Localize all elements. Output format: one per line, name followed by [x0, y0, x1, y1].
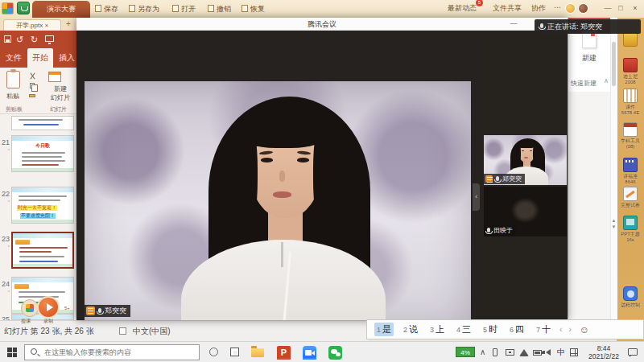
- slide-number-21: 21: [1, 138, 10, 146]
- desktop-icon[interactable]: [623, 158, 638, 172]
- language-indicator[interactable]: 中文(中国): [133, 326, 171, 337]
- meeting-minimize-button[interactable]: —: [506, 18, 521, 31]
- wechat-taskbar-icon[interactable]: [328, 346, 342, 360]
- scrollbar-thumb[interactable]: [612, 42, 616, 86]
- collapse-caret-icon[interactable]: ∧: [604, 77, 609, 84]
- paste-icon[interactable]: [6, 71, 20, 88]
- ime-next-arrow[interactable]: ›: [568, 325, 571, 334]
- tab-insert[interactable]: 插入: [55, 48, 79, 68]
- tab-file[interactable]: 文件: [2, 48, 26, 68]
- participant-video-tile[interactable]: 田映于: [484, 187, 567, 237]
- powerpoint-taskbar-icon[interactable]: P: [277, 346, 291, 360]
- ime-candidate[interactable]: 1是: [374, 323, 394, 336]
- sidebar-collapse-handle[interactable]: ‹: [473, 183, 480, 211]
- desktop-icon[interactable]: [623, 32, 638, 47]
- desktop-icon[interactable]: [623, 216, 638, 230]
- ime-candidate[interactable]: 4三: [454, 323, 473, 336]
- desktop-icon[interactable]: [623, 122, 638, 137]
- slide-decoration: [12, 187, 73, 192]
- cortana-icon[interactable]: [209, 348, 218, 356]
- ime-candidate[interactable]: 2说: [401, 323, 420, 336]
- ime-prev-arrow[interactable]: ‹: [559, 325, 562, 334]
- speaker-icon[interactable]: [546, 349, 551, 356]
- undo-button[interactable]: 撤销: [208, 2, 231, 15]
- animation-star-icon: *: [2, 245, 10, 249]
- collab-button[interactable]: 协作: [531, 3, 546, 14]
- battery-manager-badge[interactable]: 4%: [456, 347, 475, 357]
- scrollbar-arrows[interactable]: ▲▼: [610, 217, 617, 230]
- wps-side-panel: 共享 新建 快速新建 ∧ ▲▼: [568, 18, 617, 320]
- new-slide-label[interactable]: 新建幻灯片: [47, 84, 74, 102]
- file-share-button[interactable]: 文件共享: [493, 3, 522, 14]
- slide-thumbnail-21[interactable]: 今日歌: [11, 135, 74, 172]
- clock[interactable]: 8:442021/2/22: [584, 344, 623, 360]
- quick-new-label[interactable]: 快速新建: [571, 79, 597, 88]
- desktop-icon[interactable]: [623, 286, 638, 301]
- paste-label[interactable]: 粘贴: [6, 92, 19, 101]
- participant-video-tile[interactable]: 郑突突: [484, 135, 567, 185]
- avatar[interactable]: [565, 3, 576, 14]
- tool-label: 授课: [21, 318, 31, 325]
- taskbar-search[interactable]: [24, 344, 200, 360]
- ime-candidate[interactable]: 7十: [534, 323, 553, 336]
- start-button[interactable]: [7, 348, 17, 357]
- more-button[interactable]: ⋯: [554, 3, 561, 11]
- display-tray-icon[interactable]: [506, 349, 514, 356]
- ime-candidate[interactable]: 3上: [427, 323, 447, 336]
- save-button[interactable]: 保存: [95, 2, 118, 15]
- ime-mode-indicator[interactable]: 中: [557, 347, 565, 358]
- save-icon[interactable]: [4, 35, 11, 43]
- new-tab-button[interactable]: +: [66, 19, 71, 28]
- task-view-icon[interactable]: [230, 348, 239, 356]
- desktop-icon[interactable]: [623, 58, 638, 72]
- new-slide-icon[interactable]: [48, 72, 61, 82]
- news-button[interactable]: 最新动态5: [448, 3, 477, 14]
- search-icon: [31, 348, 37, 355]
- meeting-title-bar[interactable]: 腾讯会议 —: [76, 18, 568, 31]
- phone-link-icon[interactable]: [493, 348, 497, 356]
- ribbon: 粘贴 新建幻灯片 剪贴板 幻灯片: [0, 68, 76, 114]
- ime-candidate[interactable]: 5时: [481, 323, 500, 336]
- wps-app-icon[interactable]: [2, 2, 14, 14]
- meeting-taskbar-icon[interactable]: [303, 346, 316, 360]
- avatar[interactable]: [578, 3, 588, 14]
- maximize-button[interactable]: □: [615, 2, 626, 14]
- animation-star-icon: *: [2, 200, 10, 204]
- slide-thumbnail-20-partial[interactable]: [11, 116, 74, 130]
- ime-candidate[interactable]: 6四: [507, 323, 526, 336]
- emoji-picker-icon[interactable]: ☺: [580, 324, 589, 335]
- tray-expand-icon[interactable]: ∧: [480, 348, 485, 356]
- redo-icon[interactable]: ↻: [31, 33, 38, 46]
- battery-icon[interactable]: [533, 350, 542, 356]
- main-speaker-video[interactable]: [85, 81, 471, 320]
- wifi-icon[interactable]: [519, 349, 529, 356]
- save-as-button[interactable]: 另存为: [129, 2, 159, 15]
- play-record-button[interactable]: [37, 296, 60, 319]
- close-button[interactable]: ×: [630, 2, 641, 14]
- file-explorer-icon[interactable]: [251, 348, 264, 357]
- format-painter-icon[interactable]: [29, 94, 35, 97]
- tab-home[interactable]: 开始: [27, 48, 53, 68]
- slide-thumbnail-23-selected[interactable]: [11, 232, 74, 269]
- touch-keyboard-icon[interactable]: [570, 348, 578, 356]
- desktop-icon[interactable]: [623, 88, 638, 103]
- copy-icon[interactable]: [30, 83, 35, 88]
- desktop-icon[interactable]: [623, 187, 638, 201]
- spellcheck-icon[interactable]: [119, 327, 126, 335]
- open-button[interactable]: 打开: [172, 2, 196, 15]
- wps-green-app-icon[interactable]: [17, 2, 30, 14]
- slide-thumbnail-22[interactable]: 时光一去不复返！ 不要虚度光阴！: [11, 187, 74, 224]
- cut-icon[interactable]: [29, 72, 36, 80]
- courseware-tool-button[interactable]: [21, 299, 39, 317]
- highlight-line: 不要虚度光阴！: [20, 213, 56, 219]
- open-icon: [172, 5, 179, 12]
- wps-document-tab[interactable]: 演示大赛: [32, 1, 90, 18]
- undo-icon[interactable]: ↺: [16, 33, 23, 46]
- file-tab[interactable]: 开学.pptx ×: [3, 19, 61, 31]
- minimize-button[interactable]: —: [602, 2, 613, 14]
- action-center-icon[interactable]: [628, 348, 638, 356]
- redo-button[interactable]: 恢复: [242, 2, 265, 15]
- slideshow-icon[interactable]: [45, 35, 54, 42]
- search-input[interactable]: [43, 346, 196, 359]
- tab-close-icon[interactable]: ×: [44, 22, 48, 29]
